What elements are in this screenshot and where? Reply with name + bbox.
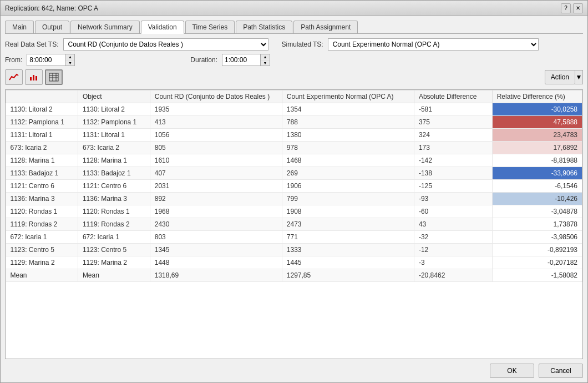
table-button[interactable] (45, 69, 63, 85)
cell-count-rd: 1318,69 (150, 269, 282, 282)
tab-validation[interactable]: Validation (141, 21, 184, 34)
cell-count-exp: 2473 (282, 218, 414, 231)
from-spinner-down[interactable]: ▼ (65, 61, 74, 66)
cell-id: 1136: Marina 3 (6, 193, 78, 205)
col-header-count-exp: Count Experimento Normal (OPC A) (282, 90, 414, 103)
from-spinner-up[interactable]: ▲ (65, 54, 74, 61)
action-dropdown-button[interactable]: ▼ (575, 70, 583, 84)
cell-id: 1121: Centro 6 (6, 180, 78, 193)
duration-input[interactable] (222, 54, 261, 66)
cell-abs-diff: -93 (414, 193, 492, 205)
table-row[interactable]: 1130: Litoral 2 1130: Litoral 2 1935 135… (6, 103, 582, 116)
data-table-container: Object Count RD (Conjunto de Datos Reale… (5, 89, 583, 359)
cell-object: 1133: Badajoz 1 (78, 167, 150, 180)
cell-count-exp: 1354 (282, 103, 414, 116)
main-window: Replication: 642, Name: OPC A ? ✕ Main O… (0, 0, 588, 383)
tab-time-series[interactable]: Time Series (185, 21, 235, 33)
from-input-group: ▲ ▼ (27, 54, 75, 66)
table-row[interactable]: Mean Mean 1318,69 1297,85 -20,8462 -1,58… (6, 269, 582, 282)
cell-rel-diff: -33,9066 (492, 167, 582, 180)
table-row[interactable]: 1123: Centro 5 1123: Centro 5 1345 1333 … (6, 244, 582, 256)
cell-abs-diff: -138 (414, 167, 492, 180)
cell-id: 1129: Marina 2 (6, 256, 78, 269)
cell-abs-diff: -32 (414, 231, 492, 244)
table-row[interactable]: 1133: Badajoz 1 1133: Badajoz 1 407 269 … (6, 167, 582, 180)
table-row[interactable]: 672: Icaria 1 672: Icaria 1 803 771 -32 … (6, 231, 582, 244)
cell-rel-diff: 17,6892 (492, 142, 582, 154)
cell-object: Mean (78, 269, 150, 282)
tab-output[interactable]: Output (35, 21, 69, 33)
cell-id: 672: Icaria 1 (6, 231, 78, 244)
from-input[interactable] (27, 54, 65, 66)
table-row[interactable]: 1120: Rondas 1 1120: Rondas 1 1968 1908 … (6, 205, 582, 218)
simulated-ts-select[interactable]: Count Experimento Normal (OPC A) (328, 38, 539, 51)
table-row[interactable]: 1121: Centro 6 1121: Centro 6 2031 1906 … (6, 180, 582, 193)
table-icon (49, 73, 59, 82)
cell-object: 672: Icaria 1 (78, 231, 150, 244)
close-button[interactable]: ✕ (573, 3, 583, 13)
tab-path-assignment[interactable]: Path Assignment (293, 21, 358, 33)
cell-count-rd: 1345 (150, 244, 282, 256)
cell-abs-diff: -60 (414, 205, 492, 218)
action-button[interactable]: Action (545, 70, 575, 84)
line-chart-button[interactable] (5, 69, 23, 85)
footer: OK Cancel (5, 359, 583, 378)
cell-abs-diff: 43 (414, 218, 492, 231)
cell-rel-diff: 1,73878 (492, 218, 582, 231)
table-row[interactable]: 1119: Rondas 2 1119: Rondas 2 2430 2473 … (6, 218, 582, 231)
table-row[interactable]: 1129: Marina 2 1129: Marina 2 1448 1445 … (6, 256, 582, 269)
real-data-set-select[interactable]: Count RD (Conjunto de Datos Reales ) (63, 38, 268, 51)
col-header-count-rd: Count RD (Conjunto de Datos Reales ) (150, 90, 282, 103)
cell-abs-diff: 324 (414, 129, 492, 142)
cell-rel-diff: -1,58082 (492, 269, 582, 282)
cell-abs-diff: -125 (414, 180, 492, 193)
cell-count-rd: 407 (150, 167, 282, 180)
cell-id: 673: Icaria 2 (6, 142, 78, 154)
cell-id: 1132: Pamplona 1 (6, 116, 78, 129)
tab-network-summary[interactable]: Network Summary (70, 21, 140, 33)
cell-rel-diff: -0,892193 (492, 244, 582, 256)
bar-chart-button[interactable] (25, 69, 43, 85)
cell-rel-diff: -3,04878 (492, 205, 582, 218)
cell-count-exp: 1908 (282, 205, 414, 218)
cell-count-rd: 1056 (150, 129, 282, 142)
data-table: Object Count RD (Conjunto de Datos Reale… (6, 90, 582, 282)
table-row[interactable]: 1128: Marina 1 1128: Marina 1 1610 1468 … (6, 154, 582, 167)
duration-label: Duration: (190, 56, 217, 64)
form-row-2: From: ▲ ▼ Duration: ▲ ▼ (5, 54, 583, 66)
ok-button[interactable]: OK (490, 364, 534, 378)
cell-count-rd: 1968 (150, 205, 282, 218)
svg-rect-1 (33, 75, 34, 80)
cell-count-exp: 788 (282, 116, 414, 129)
cell-id: Mean (6, 269, 78, 282)
simulated-ts-label: Simulated TS: (282, 41, 323, 48)
cell-object: 673: Icaria 2 (78, 142, 150, 154)
table-row[interactable]: 1131: Litoral 1 1131: Litoral 1 1056 138… (6, 129, 582, 142)
cancel-button[interactable]: Cancel (539, 364, 583, 378)
cell-object: 1119: Rondas 2 (78, 218, 150, 231)
table-row[interactable]: 673: Icaria 2 673: Icaria 2 805 978 173 … (6, 142, 582, 154)
cell-rel-diff: -0,207182 (492, 256, 582, 269)
tab-main[interactable]: Main (5, 21, 34, 33)
dropdown-arrow-icon: ▼ (576, 73, 582, 81)
cell-count-rd: 805 (150, 142, 282, 154)
cell-count-rd: 803 (150, 231, 282, 244)
cell-id: 1123: Centro 5 (6, 244, 78, 256)
duration-spinner-down[interactable]: ▼ (261, 61, 270, 66)
help-button[interactable]: ? (561, 3, 571, 13)
duration-spinner: ▲ ▼ (261, 54, 270, 66)
table-row[interactable]: 1136: Marina 3 1136: Marina 3 892 799 -9… (6, 193, 582, 205)
table-row[interactable]: 1132: Pamplona 1 1132: Pamplona 1 413 78… (6, 116, 582, 129)
cell-count-exp: 1468 (282, 154, 414, 167)
duration-spinner-up[interactable]: ▲ (261, 54, 270, 61)
cell-count-exp: 978 (282, 142, 414, 154)
cell-object: 1129: Marina 2 (78, 256, 150, 269)
cell-id: 1120: Rondas 1 (6, 205, 78, 218)
duration-input-group: ▲ ▼ (222, 54, 270, 66)
cell-count-rd: 1935 (150, 103, 282, 116)
cell-object: 1128: Marina 1 (78, 154, 150, 167)
cell-count-exp: 1380 (282, 129, 414, 142)
cell-id: 1119: Rondas 2 (6, 218, 78, 231)
tab-path-statistics[interactable]: Path Statistics (236, 21, 292, 33)
cell-abs-diff: -12 (414, 244, 492, 256)
